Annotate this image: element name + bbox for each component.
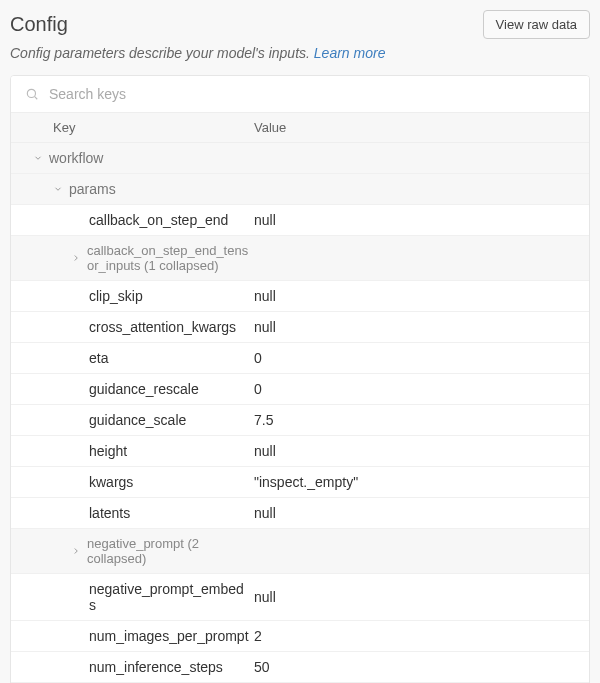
config-key: eta	[89, 343, 112, 373]
table-row: guidance_scale 7.5	[11, 405, 589, 436]
view-raw-data-button[interactable]: View raw data	[483, 10, 590, 39]
table-row: num_images_per_prompt 2	[11, 621, 589, 652]
config-key: num_images_per_prompt	[89, 621, 253, 651]
tree-group-params[interactable]: params	[11, 174, 589, 205]
column-header-value: Value	[254, 113, 589, 142]
search-icon	[25, 87, 39, 101]
config-value: null	[254, 312, 589, 342]
config-key: callback_on_step_end	[89, 205, 232, 235]
config-key: negative_prompt_embeds	[89, 574, 254, 620]
table-row: clip_skip null	[11, 281, 589, 312]
config-value: null	[254, 205, 589, 235]
config-value: null	[254, 436, 589, 466]
config-value: null	[254, 498, 589, 528]
config-key: guidance_rescale	[89, 374, 203, 404]
config-value: null	[254, 582, 589, 612]
table-row: guidance_rescale 0	[11, 374, 589, 405]
config-key: guidance_scale	[89, 405, 190, 435]
table-row: height null	[11, 436, 589, 467]
config-value: 50	[254, 652, 589, 682]
config-value: 7.5	[254, 405, 589, 435]
config-key: num_inference_steps	[89, 652, 227, 682]
search-row	[11, 76, 589, 113]
config-value: null	[254, 281, 589, 311]
group-label: params	[69, 174, 120, 204]
config-value: 2	[254, 621, 589, 651]
chevron-down-icon	[53, 184, 63, 194]
table-row: latents null	[11, 498, 589, 529]
chevron-right-icon	[71, 546, 81, 556]
tree-group-collapsed[interactable]: negative_prompt (2 collapsed)	[11, 529, 589, 574]
tree-group-workflow[interactable]: workflow	[11, 143, 589, 174]
table-row: num_inference_steps 50	[11, 652, 589, 683]
chevron-down-icon	[33, 153, 43, 163]
page-title: Config	[10, 13, 68, 36]
collapsed-group-label: negative_prompt (2 collapsed)	[87, 529, 254, 573]
config-key: cross_attention_kwargs	[89, 312, 240, 342]
group-label: workflow	[49, 143, 107, 173]
config-key: height	[89, 436, 131, 466]
table-row: cross_attention_kwargs null	[11, 312, 589, 343]
table-row: kwargs "inspect._empty"	[11, 467, 589, 498]
table-row: callback_on_step_end null	[11, 205, 589, 236]
column-headers: Key Value	[11, 113, 589, 143]
collapsed-group-label: callback_on_step_end_tensor_inputs (1 co…	[87, 236, 254, 280]
table-row: negative_prompt_embeds null	[11, 574, 589, 621]
config-key: latents	[89, 498, 134, 528]
column-header-key: Key	[11, 113, 254, 142]
config-key: kwargs	[89, 467, 137, 497]
chevron-right-icon	[71, 253, 81, 263]
config-panel: Key Value workflow params	[10, 75, 590, 683]
config-value: "inspect._empty"	[254, 467, 589, 497]
config-value: 0	[254, 374, 589, 404]
learn-more-link[interactable]: Learn more	[314, 45, 386, 61]
table-row: eta 0	[11, 343, 589, 374]
svg-line-1	[35, 97, 38, 100]
svg-point-0	[27, 89, 35, 97]
description-text: Config parameters describe your model's …	[10, 45, 314, 61]
config-value: 0	[254, 343, 589, 373]
config-key: clip_skip	[89, 281, 147, 311]
search-input[interactable]	[49, 86, 575, 102]
tree-group-collapsed[interactable]: callback_on_step_end_tensor_inputs (1 co…	[11, 236, 589, 281]
config-description: Config parameters describe your model's …	[10, 45, 590, 61]
